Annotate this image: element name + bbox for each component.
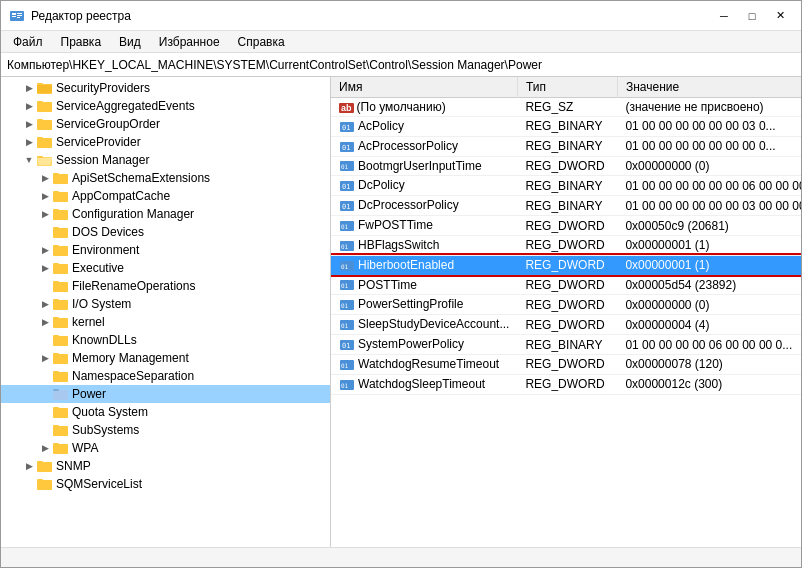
col-type[interactable]: Тип [517,77,617,98]
close-button[interactable]: ✕ [767,6,793,26]
tree-item-wpa[interactable]: ▶ WPA [1,439,330,457]
cell-name[interactable]: 01BootmgrUserInputTime [331,156,517,176]
cell-name[interactable]: 01WatchdogSleepTimeout [331,374,517,394]
cell-name[interactable]: 01SystemPowerPolicy [331,335,517,355]
table-row[interactable]: 01PowerSettingProfileREG_DWORD0x00000000… [331,295,801,315]
table-row[interactable]: 01HBFlagsSwitchREG_DWORD0x00000001 (1) [331,235,801,255]
tree-item-serviceaggregatedevents[interactable]: ▶ ServiceAggregatedEvents [1,97,330,115]
svg-rect-14 [37,138,52,148]
tree-item-filerenameoperations[interactable]: ▶ FileRenameOperations [1,277,330,295]
title-controls: ─ □ ✕ [711,6,793,26]
table-row[interactable]: 01WatchdogSleepTimeoutREG_DWORD0x0000012… [331,374,801,394]
table-row[interactable]: 01DcPolicyREG_BINARY01 00 00 00 00 00 00… [331,176,801,196]
minimize-button[interactable]: ─ [711,6,737,26]
tree-item-power[interactable]: ▶ Power [1,385,330,403]
svg-rect-32 [53,281,59,283]
tree-item-servicegrouporder[interactable]: ▶ ServiceGroupOrder [1,115,330,133]
menu-favorites[interactable]: Избранное [151,33,228,51]
table-row[interactable]: 01SleepStudyDeviceAccount...REG_DWORD0x0… [331,315,801,335]
folder-icon [53,297,69,311]
cell-type: REG_DWORD [517,275,617,295]
table-row[interactable]: 01WatchdogResumeTimeoutREG_DWORD0x000000… [331,354,801,374]
folder-icon-selected [53,387,69,401]
table-row[interactable]: 01FwPOSTTimeREG_DWORD0x00050c9 (20681) [331,216,801,236]
tree-item-subsystems[interactable]: ▶ SubSystems [1,421,330,439]
maximize-button[interactable]: □ [739,6,765,26]
expander-icon: ▶ [37,260,53,276]
cell-name[interactable]: 01HiberbootEnabled [331,255,517,275]
svg-rect-23 [53,210,68,220]
cell-value: 0x00000078 (120) [617,354,801,374]
cell-name[interactable]: 01PowerSettingProfile [331,295,517,315]
tree-item-iosystem[interactable]: ▶ I/O System [1,295,330,313]
col-name[interactable]: Имя [331,77,517,98]
table-row[interactable]: 01AcProcessorPolicyREG_BINARY01 00 00 00… [331,136,801,156]
tree-item-appcompatcache[interactable]: ▶ AppCompatCache [1,187,330,205]
expander-icon: ▶ [21,134,37,150]
menu-view[interactable]: Вид [111,33,149,51]
tree-item-apisetschemaextensions[interactable]: ▶ ApiSetSchemaExtensions [1,169,330,187]
tree-label: ServiceProvider [56,135,141,149]
tree-item-knowndlls[interactable]: ▶ KnownDLLs [1,331,330,349]
tree-item-sqmservicelist[interactable]: ▶ SQMServiceList [1,475,330,493]
folder-icon [37,81,53,95]
window-title: Редактор реестра [31,9,131,23]
cell-value: 0x00005d54 (23892) [617,275,801,295]
cell-value: 01 00 00 00 00 00 00 06 00 00 00 03 0... [617,176,801,196]
svg-rect-24 [53,209,59,211]
cell-name[interactable]: 01HBFlagsSwitch [331,235,517,255]
cell-name[interactable]: ab(По умолчанию) [331,98,517,117]
tree-panel[interactable]: ▶ SecurityProviders ▶ ServiceAggregatedE… [1,77,331,547]
menu-help[interactable]: Справка [230,33,293,51]
cell-name[interactable]: 01WatchdogResumeTimeout [331,354,517,374]
expander-icon: ▶ [21,98,37,114]
cell-name[interactable]: 01AcPolicy [331,117,517,137]
table-row[interactable]: 01BootmgrUserInputTimeREG_DWORD0x0000000… [331,156,801,176]
svg-rect-43 [53,390,68,400]
tree-item-sessionmanager[interactable]: ▼ Session Manager [1,151,330,169]
tree-label: SecurityProviders [56,81,150,95]
tree-label: Power [72,387,106,401]
folder-icon [53,225,69,239]
svg-rect-10 [37,102,52,112]
cell-name[interactable]: 01DcPolicy [331,176,517,196]
tree-item-namespaceseparation[interactable]: ▶ NamespaceSeparation [1,367,330,385]
table-row[interactable]: 01SystemPowerPolicyREG_BINARY01 00 00 00… [331,335,801,355]
svg-text:01: 01 [342,203,350,211]
registry-table: Имя Тип Значение ab(По умолчанию)REG_SZ(… [331,77,801,395]
menu-file[interactable]: Файл [5,33,51,51]
svg-rect-49 [53,444,68,454]
cell-value: (значение не присвоено) [617,98,801,117]
cell-name[interactable]: 01FwPOSTTime [331,216,517,236]
table-row[interactable]: 01AcPolicyREG_BINARY01 00 00 00 00 00 00… [331,117,801,137]
tree-item-configurationmanager[interactable]: ▶ Configuration Manager [1,205,330,223]
svg-rect-54 [37,479,43,481]
tree-item-executive[interactable]: ▶ Executive [1,259,330,277]
col-value[interactable]: Значение [617,77,801,98]
tree-item-memorymanagement[interactable]: ▶ Memory Management [1,349,330,367]
menu-edit[interactable]: Правка [53,33,110,51]
cell-value: 01 00 00 00 00 00 00 03 0... [617,117,801,137]
svg-rect-3 [17,13,22,14]
svg-text:01: 01 [342,183,350,191]
cell-type: REG_DWORD [517,235,617,255]
cell-name[interactable]: 01SleepStudyDeviceAccount... [331,315,517,335]
tree-item-dosdevices[interactable]: ▶ DOS Devices [1,223,330,241]
table-row[interactable]: 01DcProcessorPolicyREG_BINARY01 00 00 00… [331,196,801,216]
cell-value: 0x00000001 (1) [617,255,801,275]
tree-item-kernel[interactable]: ▶ kernel [1,313,330,331]
table-row[interactable]: 01HiberbootEnabledREG_DWORD0x00000001 (1… [331,255,801,275]
tree-item-quotasystem[interactable]: ▶ Quota System [1,403,330,421]
tree-item-serviceprovider[interactable]: ▶ ServiceProvider [1,133,330,151]
cell-name[interactable]: 01AcProcessorPolicy [331,136,517,156]
table-row[interactable]: 01POSTTimeREG_DWORD0x00005d54 (23892) [331,275,801,295]
table-row[interactable]: ab(По умолчанию)REG_SZ(значение не присв… [331,98,801,117]
registry-values-panel[interactable]: Имя Тип Значение ab(По умолчанию)REG_SZ(… [331,77,801,547]
svg-text:01: 01 [341,362,349,369]
svg-rect-45 [53,408,68,418]
tree-item-snmp[interactable]: ▶ SNMP [1,457,330,475]
cell-name[interactable]: 01DcProcessorPolicy [331,196,517,216]
tree-item-securityproviders[interactable]: ▶ SecurityProviders [1,79,330,97]
tree-item-environment[interactable]: ▶ Environment [1,241,330,259]
cell-name[interactable]: 01POSTTime [331,275,517,295]
